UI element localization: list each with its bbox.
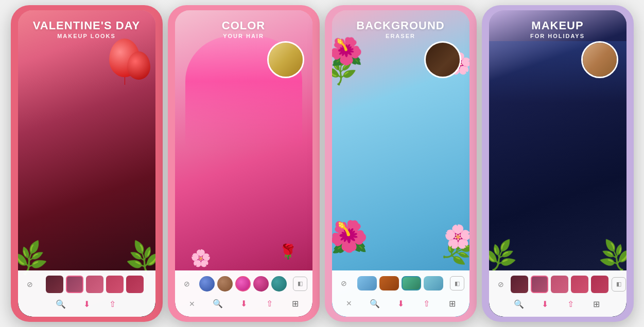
bottom-bar-2: ⊘ ◧ ✕ 🔍 ⬇ ⇧ ⊞ (175, 270, 312, 317)
bottom-bar-4: ⊘ ◧ 🔍 ⬇ ⇧ ⊞ (489, 270, 626, 317)
swatch-1-4[interactable] (106, 276, 124, 293)
extra-btn-2[interactable]: ⊞ (287, 296, 303, 312)
share-btn-3[interactable]: ⇧ (419, 296, 434, 311)
magnify-btn-1[interactable]: 🔍 (53, 297, 68, 312)
swatch-3-2[interactable] (379, 276, 399, 290)
flower-br-3: 🌸 (444, 223, 469, 250)
swatch-2-5[interactable] (271, 276, 287, 292)
swatch-1-5[interactable] (126, 276, 144, 293)
toolbar-bottom-2: ✕ 🔍 ⬇ ⇧ ⊞ (180, 296, 307, 312)
swatch-3-1[interactable] (357, 276, 377, 290)
phone-card-background: 🌺 🌸 🌺 🌸 🌿 🌿 BACKGROUND ERASER ⊘ (325, 5, 477, 322)
swatch-row-4 (511, 276, 608, 293)
swatch-2-1[interactable] (199, 276, 215, 292)
phone-card-valentines: 🌿 🌿 VALENTINE'S DAY MAKEUP LOOKS ⊘ (11, 5, 163, 322)
main-image-3: 🌺 🌸 🌺 🌸 🌿 🌿 BACKGROUND ERASER ⊘ (332, 10, 469, 317)
swatch-1-3[interactable] (86, 276, 103, 293)
download-btn-2[interactable]: ⬇ (236, 296, 251, 312)
swatch-3-3[interactable] (402, 276, 421, 290)
compare-btn-2[interactable]: ◧ (293, 277, 307, 291)
thumb-inner-4 (583, 43, 617, 77)
flower-bl-3: 🌺 (332, 219, 368, 255)
bottom-bar-1: ⊘ 🔍 ⬇ ⇧ (18, 270, 155, 317)
flower-tl-3: 🌺 (332, 36, 363, 67)
swatch-4-3[interactable] (551, 276, 568, 293)
swatch-row-1 (40, 276, 150, 293)
share-btn-1[interactable]: ⇧ (105, 297, 120, 312)
main-image-2: 🌸 🌹 COLOR YOUR HAIR ⊘ (175, 10, 312, 317)
thumb-circle-4 (581, 41, 618, 78)
share-btn-4[interactable]: ⇧ (563, 297, 578, 312)
swatch-row-3 (354, 276, 447, 290)
flower-br-2: 🌹 (279, 243, 297, 260)
phone-card-hair: 🌸 🌹 COLOR YOUR HAIR ⊘ (168, 5, 320, 322)
x-btn-2[interactable]: ✕ (184, 296, 200, 312)
magnify-btn-3[interactable]: 🔍 (367, 296, 382, 311)
toolbar-top-4: ⊘ ◧ (494, 276, 621, 293)
swatch-4-2[interactable] (531, 276, 548, 293)
toolbar-bottom-1: 🔍 ⬇ ⇧ (23, 297, 150, 312)
swatch-2-4[interactable] (253, 276, 269, 292)
thumb-circle-2 (267, 41, 304, 78)
swatch-row-2 (197, 276, 290, 292)
flower-bl-2: 🌸 (190, 248, 211, 268)
toolbar-bottom-3: ✕ 🔍 ⬇ ⇧ ⊞ (337, 296, 464, 311)
slash-icon-1[interactable]: ⊘ (23, 278, 37, 291)
extra-btn-4[interactable]: ⊞ (588, 297, 604, 312)
compare-btn-3[interactable]: ◧ (450, 276, 464, 290)
phone-screen-1: 🌿 🌿 VALENTINE'S DAY MAKEUP LOOKS ⊘ (18, 10, 155, 317)
toolbar-top-2: ⊘ ◧ (180, 276, 307, 292)
download-btn-3[interactable]: ⬇ (393, 296, 408, 311)
thumb-circle-3 (424, 41, 461, 78)
bottom-bar-3: ⊘ ◧ ✕ 🔍 ⬇ ⇧ ⊞ (332, 270, 469, 317)
phone-screen-3: 🌺 🌸 🌺 🌸 🌿 🌿 BACKGROUND ERASER ⊘ (332, 10, 469, 317)
balloon-red-2 (127, 51, 150, 80)
swatch-4-1[interactable] (511, 276, 528, 293)
swatch-2-3[interactable] (235, 276, 251, 292)
share-btn-2[interactable]: ⇧ (262, 296, 277, 312)
compare-btn-4[interactable]: ◧ (612, 277, 626, 292)
toolbar-top-3: ⊘ ◧ (337, 276, 464, 290)
magnify-btn-4[interactable]: 🔍 (511, 297, 527, 312)
main-image-4: 🌿 🌿 MAKEUP FOR HOLIDAYS ⊘ (489, 10, 626, 317)
thumb-inner-2 (269, 43, 303, 77)
download-btn-4[interactable]: ⬇ (537, 297, 552, 312)
swatch-4-4[interactable] (571, 276, 588, 293)
toolbar-top-1: ⊘ (23, 276, 150, 293)
toolbar-bottom-4: 🔍 ⬇ ⇧ ⊞ (494, 297, 621, 312)
slash-icon-3[interactable]: ⊘ (337, 277, 351, 290)
swatch-4-5[interactable] (591, 276, 608, 293)
swatch-1-1[interactable] (46, 276, 63, 293)
magnify-btn-2[interactable]: 🔍 (210, 296, 225, 312)
main-image-1: 🌿 🌿 VALENTINE'S DAY MAKEUP LOOKS ⊘ (18, 10, 155, 317)
x-btn-3[interactable]: ✕ (341, 296, 357, 311)
phone-screen-4: 🌿 🌿 MAKEUP FOR HOLIDAYS ⊘ (489, 10, 626, 317)
swatch-3-4[interactable] (424, 276, 443, 290)
slash-icon-4[interactable]: ⊘ (494, 278, 508, 291)
phone-card-makeup: 🌿 🌿 MAKEUP FOR HOLIDAYS ⊘ (482, 5, 634, 322)
swatch-1-2[interactable] (66, 276, 83, 293)
swatch-2-2[interactable] (217, 276, 233, 292)
thumb-inner-3 (426, 43, 460, 77)
slash-icon-2[interactable]: ⊘ (180, 277, 194, 290)
phone-screen-2: 🌸 🌹 COLOR YOUR HAIR ⊘ (175, 10, 312, 317)
extra-btn-3[interactable]: ⊞ (444, 296, 460, 311)
download-btn-1[interactable]: ⬇ (79, 297, 94, 312)
